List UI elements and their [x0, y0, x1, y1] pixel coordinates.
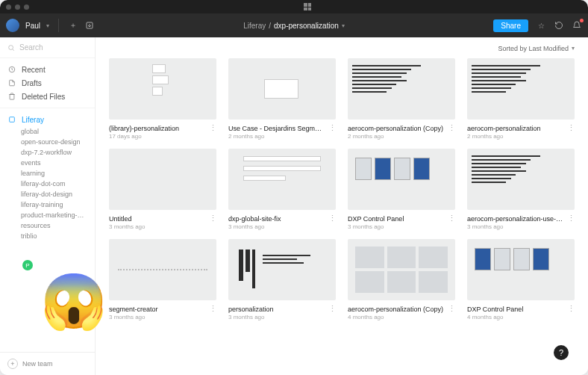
sidebar-project[interactable]: liferay-training [0, 199, 95, 210]
file-time: 2 months ago [467, 133, 575, 140]
sidebar: Search Recent Drafts Deleted Files [0, 37, 96, 375]
sidebar-project[interactable]: product-marketing-demos [0, 210, 95, 220]
file-card[interactable]: personalization⋮ 3 months ago [228, 239, 336, 320]
body: Search Recent Drafts Deleted Files [0, 37, 588, 375]
file-time: 4 months ago [467, 314, 575, 320]
sidebar-item-recent[interactable]: Recent [0, 63, 95, 76]
file-card[interactable]: aerocom-personalization⋮ 2 months ago [467, 58, 575, 140]
file-thumbnail [228, 58, 336, 120]
breadcrumb-sep: / [269, 22, 271, 30]
sidebar-project[interactable]: learning [0, 168, 95, 179]
user-avatar[interactable] [6, 19, 19, 32]
sidebar-item-label: Drafts [22, 79, 42, 87]
file-thumbnail [109, 239, 216, 300]
share-button[interactable]: Share [493, 19, 528, 32]
chevron-down-icon[interactable]: ▾ [46, 22, 49, 29]
sidebar-project[interactable]: liferay-dot-com [0, 179, 95, 189]
file-time: 3 months ago [228, 314, 336, 320]
import-icon[interactable] [84, 20, 95, 31]
file-card[interactable]: DXP Control Panel⋮ 3 months ago [348, 149, 455, 230]
traffic-light-close[interactable] [6, 4, 11, 10]
sidebar-project[interactable]: open-source-design [0, 137, 95, 147]
file-title: segment-creator [109, 306, 158, 313]
chevron-down-icon[interactable]: ▾ [342, 22, 345, 29]
file-title: aerocom-personalization (Copy) [348, 125, 443, 132]
sidebar-project[interactable]: liferay-dot-design [0, 189, 95, 199]
file-title: aerocom-personalization-use-cases... [467, 215, 564, 223]
sort-label: Sorted by Last Modified [498, 45, 569, 52]
file-card[interactable]: aerocom-personalization (Copy)⋮ 4 months… [348, 239, 455, 320]
sidebar-project[interactable]: global [0, 126, 95, 137]
sidebar-project[interactable]: events [0, 158, 95, 168]
file-thumbnail [348, 149, 455, 210]
kebab-icon[interactable]: ⋮ [209, 304, 216, 314]
file-card[interactable]: (library)-personalization⋮ 17 days ago [109, 58, 216, 140]
sidebar-item-label: Liferay [22, 116, 44, 124]
file-thumbnail [467, 239, 575, 300]
file-thumbnail [348, 239, 455, 300]
file-thumbnail [228, 239, 336, 300]
file-title: (library)-personalization [109, 125, 179, 132]
breadcrumb[interactable]: Liferay / dxp-personalization ▾ [243, 22, 345, 30]
file-card[interactable]: Use Case - Desjardins Segmentation⋮ 2 mo… [228, 58, 336, 140]
file-card[interactable]: dxp-global-site-fix⋮ 3 months ago [228, 149, 336, 230]
file-title: aerocom-personalization [467, 125, 541, 132]
kebab-icon[interactable]: ⋮ [448, 304, 455, 314]
notification-dot [580, 19, 584, 22]
help-button[interactable]: ? [554, 345, 569, 360]
sidebar-new-team-label: New team [22, 360, 53, 368]
window-grid-icon[interactable] [304, 3, 311, 10]
traffic-light-min[interactable] [15, 4, 20, 10]
file-card[interactable]: segment-creator⋮ 3 months ago [109, 239, 216, 320]
file-title: Use Case - Desjardins Segmentation [228, 125, 325, 132]
breadcrumb-project[interactable]: dxp-personalization [274, 22, 339, 30]
bell-icon[interactable] [572, 20, 582, 31]
kebab-icon[interactable]: ⋮ [448, 123, 455, 133]
star-icon[interactable]: ☆ [536, 20, 546, 31]
kebab-icon[interactable]: ⋮ [209, 214, 216, 223]
search-placeholder: Search [19, 43, 43, 52]
kebab-icon[interactable]: ⋮ [448, 214, 455, 223]
file-grid: (library)-personalization⋮ 17 days ago U… [109, 58, 575, 320]
sidebar-project[interactable]: resources [0, 220, 95, 231]
kebab-icon[interactable]: ⋮ [209, 123, 216, 133]
kebab-icon[interactable]: ⋮ [328, 304, 336, 314]
clock-icon [7, 65, 16, 74]
kebab-icon[interactable]: ⋮ [567, 123, 575, 133]
file-time: 4 months ago [348, 314, 455, 320]
file-card[interactable]: DXP Control Panel⋮ 4 months ago [467, 239, 575, 320]
chevron-down-icon[interactable]: ▾ [572, 45, 575, 52]
kebab-icon[interactable]: ⋮ [328, 214, 336, 223]
sidebar-item-label: Deleted Files [22, 93, 65, 101]
sort-control[interactable]: Sorted by Last Modified ▾ [109, 43, 575, 58]
kebab-icon[interactable]: ⋮ [328, 123, 336, 133]
file-title: dxp-global-site-fix [228, 215, 281, 223]
sidebar-new-team[interactable]: + New team [0, 352, 95, 375]
kebab-icon[interactable]: ⋮ [567, 214, 575, 223]
sidebar-item-team[interactable]: Liferay [0, 113, 95, 126]
plus-icon[interactable]: ＋ [68, 20, 78, 31]
traffic-light-max[interactable] [24, 4, 29, 10]
topbar: Paul ▾ ＋ Liferay / dxp-personalization ▾… [0, 13, 588, 37]
file-title: Untitled [109, 215, 132, 223]
plus-circle-icon: + [7, 359, 18, 369]
user-name[interactable]: Paul [25, 22, 40, 30]
breadcrumb-team[interactable]: Liferay [243, 22, 266, 30]
kebab-icon[interactable]: ⋮ [567, 304, 575, 314]
sidebar-item-label: Recent [22, 66, 46, 74]
file-card[interactable]: aerocom-personalization (Copy)⋮ 2 months… [348, 58, 455, 140]
file-card[interactable]: aerocom-personalization-use-cases...⋮ 3 … [467, 149, 575, 230]
file-thumbnail [348, 58, 455, 120]
sidebar-project[interactable]: dxp-7.2-workflow [0, 147, 95, 158]
sidebar-personal: Recent Drafts Deleted Files [0, 58, 95, 108]
history-icon[interactable] [554, 20, 564, 31]
sidebar-project[interactable]: triblio [0, 231, 95, 241]
search-input[interactable]: Search [0, 37, 95, 58]
file-thumbnail [467, 58, 575, 120]
file-card[interactable]: Untitled⋮ 3 months ago [109, 149, 216, 230]
sidebar-item-drafts[interactable]: Drafts [0, 76, 95, 90]
file-time: 3 months ago [228, 223, 336, 230]
file-title: aerocom-personalization (Copy) [348, 306, 443, 313]
sidebar-item-deleted[interactable]: Deleted Files [0, 90, 95, 103]
file-thumbnail [228, 149, 336, 210]
